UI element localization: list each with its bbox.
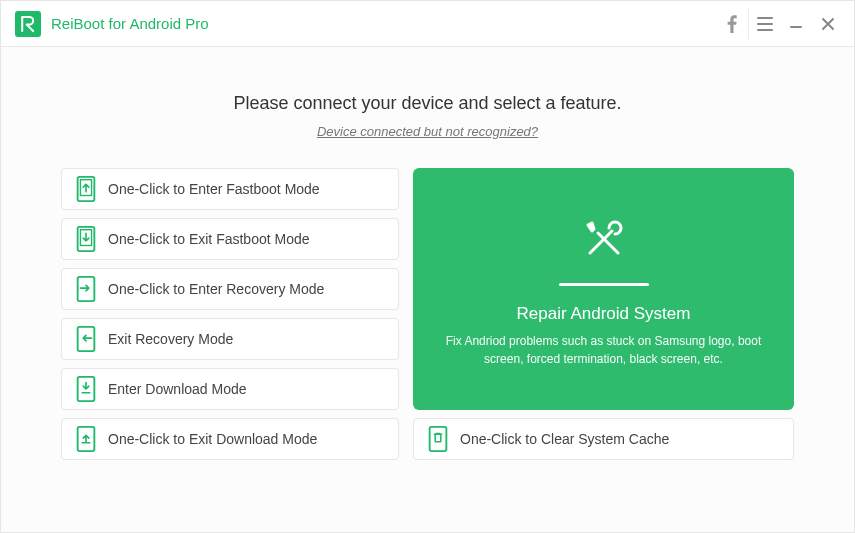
feature-label: One-Click to Exit Fastboot Mode	[108, 231, 310, 247]
feature-label: Exit Recovery Mode	[108, 331, 233, 347]
feature-label: One-Click to Enter Fastboot Mode	[108, 181, 320, 197]
close-button[interactable]	[812, 8, 844, 40]
logo-icon	[20, 15, 36, 33]
titlebar: ReiBoot for Android Pro	[1, 1, 854, 47]
repair-desc: Fix Andriod problems such as stuck on Sa…	[443, 332, 764, 368]
phone-exit-icon	[76, 326, 96, 352]
phone-up-icon	[76, 176, 96, 202]
feature-label: One-Click to Clear System Cache	[460, 431, 669, 447]
phone-down-icon	[76, 226, 96, 252]
enter-download-button[interactable]: Enter Download Mode	[61, 368, 399, 410]
exit-download-button[interactable]: One-Click to Exit Download Mode	[61, 418, 399, 460]
main-content: Please connect your device and select a …	[1, 47, 854, 532]
feature-label: One-Click to Enter Recovery Mode	[108, 281, 324, 297]
phone-upload-icon	[76, 426, 96, 452]
prompt-text: Please connect your device and select a …	[61, 93, 794, 114]
feature-grid: One-Click to Enter Fastboot Mode One-Cli…	[61, 168, 794, 460]
repair-title: Repair Android System	[517, 304, 691, 324]
right-column: Repair Android System Fix Andriod proble…	[413, 168, 794, 460]
enter-fastboot-button[interactable]: One-Click to Enter Fastboot Mode	[61, 168, 399, 210]
minimize-button[interactable]	[780, 8, 812, 40]
svg-rect-8	[430, 427, 447, 451]
left-column: One-Click to Enter Fastboot Mode One-Cli…	[61, 168, 399, 460]
divider	[559, 283, 649, 286]
exit-recovery-button[interactable]: Exit Recovery Mode	[61, 318, 399, 360]
svg-rect-4	[78, 277, 95, 301]
facebook-icon[interactable]	[716, 8, 748, 40]
svg-rect-5	[78, 327, 95, 351]
menu-button[interactable]	[748, 8, 780, 40]
app-title: ReiBoot for Android Pro	[51, 15, 209, 32]
feature-label: Enter Download Mode	[108, 381, 247, 397]
app-logo	[15, 11, 41, 37]
clear-cache-button[interactable]: One-Click to Clear System Cache	[413, 418, 794, 460]
phone-download-icon	[76, 376, 96, 402]
phone-enter-icon	[76, 276, 96, 302]
help-link[interactable]: Device connected but not recognized?	[317, 124, 538, 139]
phone-trash-icon	[428, 426, 448, 452]
tools-icon	[576, 211, 632, 271]
feature-label: One-Click to Exit Download Mode	[108, 431, 317, 447]
enter-recovery-button[interactable]: One-Click to Enter Recovery Mode	[61, 268, 399, 310]
exit-fastboot-button[interactable]: One-Click to Exit Fastboot Mode	[61, 218, 399, 260]
repair-system-card[interactable]: Repair Android System Fix Andriod proble…	[413, 168, 794, 410]
